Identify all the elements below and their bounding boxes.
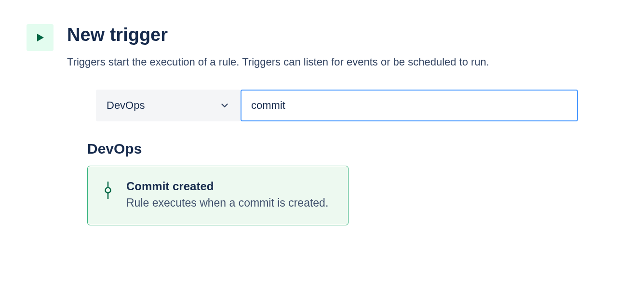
trigger-card-description: Rule executes when a commit is created.	[126, 195, 333, 211]
trigger-card-title: Commit created	[126, 180, 333, 193]
page-title: New trigger	[67, 24, 617, 46]
page-header: New trigger Triggers start the execution…	[27, 24, 617, 225]
commit-icon	[103, 180, 113, 201]
category-dropdown[interactable]: DevOps	[96, 90, 241, 121]
dropdown-label: DevOps	[107, 99, 219, 112]
card-content: Commit created Rule executes when a comm…	[126, 180, 333, 211]
play-icon	[34, 32, 46, 43]
search-input[interactable]	[241, 90, 578, 121]
header-content: New trigger Triggers start the execution…	[67, 24, 617, 225]
section-title: DevOps	[87, 141, 617, 157]
filter-row: DevOps	[96, 90, 617, 121]
trigger-icon-box	[27, 24, 54, 51]
svg-point-1	[106, 188, 111, 193]
page-description: Triggers start the execution of a rule. …	[67, 55, 617, 70]
trigger-card-commit-created[interactable]: Commit created Rule executes when a comm…	[87, 166, 349, 225]
chevron-down-icon	[219, 100, 230, 111]
